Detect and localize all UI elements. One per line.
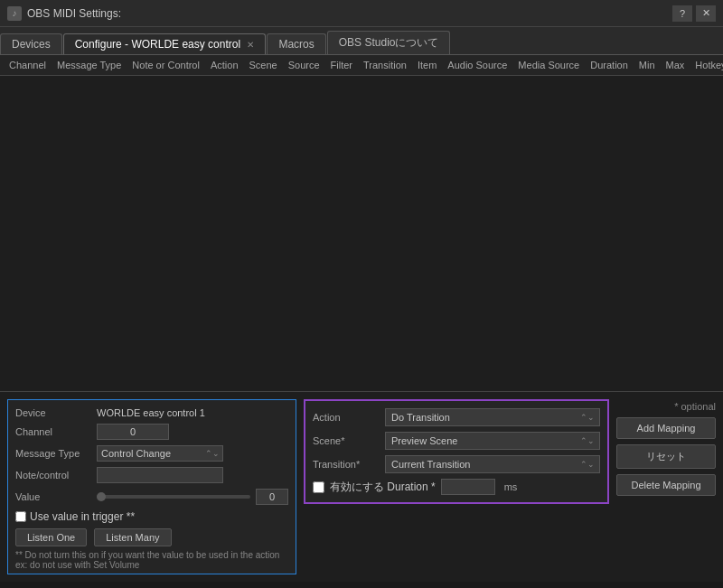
duration-input[interactable] — [441, 479, 495, 495]
listen-many-button[interactable]: Listen Many — [94, 528, 171, 546]
transition-select[interactable]: Current Transition — [385, 455, 600, 473]
tab-configure-label: Configure - WORLDE easy control — [75, 38, 240, 51]
tab-macros[interactable]: Macros — [267, 33, 325, 54]
col-max[interactable]: Max — [661, 57, 690, 73]
device-value: WORLDE easy control 1 — [97, 407, 205, 418]
main-content-area — [0, 76, 723, 392]
use-value-label: Use value in trigger ** — [30, 510, 135, 523]
tab-devices-label: Devices — [12, 38, 51, 51]
transition-row: Transition* Current Transition — [313, 455, 600, 473]
device-label: Device — [15, 407, 97, 418]
bottom-panel: Device WORLDE easy control 1 Channel Mes… — [0, 392, 723, 582]
channel-label: Channel — [15, 426, 97, 437]
action-select-wrapper: Do Transition — [385, 408, 600, 426]
value-row: Value — [15, 489, 288, 505]
message-type-label: Message Type — [15, 448, 97, 459]
channel-row: Channel — [15, 424, 288, 440]
col-scene[interactable]: Scene — [244, 57, 283, 73]
tab-obs-studio-label: OBS Studioについて — [339, 36, 439, 49]
value-input[interactable] — [256, 489, 288, 505]
use-value-row: Use value in trigger ** — [15, 510, 288, 523]
col-media-source[interactable]: Media Source — [512, 57, 585, 73]
message-type-select-wrapper: Control Change — [97, 445, 223, 462]
middle-panel: Action Do Transition Scene* Preview Scen… — [304, 399, 609, 574]
col-note-control[interactable]: Note or Control — [127, 57, 205, 73]
duration-row: 有効にする Duration * ms — [313, 479, 600, 495]
duration-label: 有効にする Duration * — [330, 480, 436, 495]
scene-select-wrapper: Preview Scene — [385, 432, 600, 450]
title-bar: ♪ OBS MIDI Settings: ? ✕ — [0, 0, 723, 27]
app-icon: ♪ — [7, 6, 22, 21]
value-slider-row — [97, 489, 288, 505]
reset-button[interactable]: リセット — [616, 444, 716, 469]
transition-select-wrapper: Current Transition — [385, 455, 600, 473]
ms-label: ms — [504, 481, 518, 492]
optional-text: * optional — [616, 401, 716, 412]
action-box: Action Do Transition Scene* Preview Scen… — [304, 399, 609, 504]
tab-macros-label: Macros — [278, 38, 314, 51]
tab-devices[interactable]: Devices — [0, 33, 62, 54]
col-action[interactable]: Action — [205, 57, 244, 73]
scene-select[interactable]: Preview Scene — [385, 432, 600, 450]
use-value-checkbox[interactable] — [15, 511, 26, 522]
col-source[interactable]: Source — [283, 57, 325, 73]
action-label: Action — [313, 412, 385, 423]
tab-configure[interactable]: Configure - WORLDE easy control ✕ — [63, 33, 267, 54]
col-item[interactable]: Item — [412, 57, 442, 73]
config-note: ** Do not turn this on if you want the v… — [15, 550, 288, 570]
window-controls: ? ✕ — [672, 5, 716, 22]
delete-mapping-button[interactable]: Delete Mapping — [616, 474, 716, 496]
tabs-row: Devices Configure - WORLDE easy control … — [0, 27, 723, 55]
col-duration[interactable]: Duration — [585, 57, 634, 73]
device-row: Device WORLDE easy control 1 — [15, 407, 288, 418]
col-message-type[interactable]: Message Type — [52, 57, 127, 73]
transition-label: Transition* — [313, 459, 385, 470]
col-channel[interactable]: Channel — [4, 57, 52, 73]
scene-row: Scene* Preview Scene — [313, 432, 600, 450]
channel-input[interactable] — [97, 424, 169, 440]
close-button[interactable]: ✕ — [696, 5, 716, 22]
tab-configure-close[interactable]: ✕ — [247, 40, 254, 50]
action-select[interactable]: Do Transition — [385, 408, 600, 426]
help-button[interactable]: ? — [672, 5, 692, 22]
duration-checkbox[interactable] — [313, 481, 324, 493]
note-control-row: Note/control — [15, 467, 288, 483]
listen-row: Listen One Listen Many — [15, 528, 288, 546]
note-control-input[interactable] — [97, 467, 223, 483]
add-mapping-button[interactable]: Add Mapping — [616, 417, 716, 439]
left-config-box: Device WORLDE easy control 1 Channel Mes… — [7, 399, 296, 574]
col-transition[interactable]: Transition — [358, 57, 412, 73]
col-audio-source[interactable]: Audio Source — [442, 57, 512, 73]
right-panel: * optional Add Mapping リセット Delete Mappi… — [616, 399, 716, 574]
listen-one-button[interactable]: Listen One — [15, 528, 87, 546]
action-row: Action Do Transition — [313, 408, 600, 426]
value-label: Value — [15, 491, 97, 502]
col-hotkey[interactable]: Hotkey — [690, 57, 723, 73]
value-slider[interactable] — [97, 495, 250, 499]
note-control-label: Note/control — [15, 470, 97, 481]
tab-obs-studio[interactable]: OBS Studioについて — [327, 31, 451, 54]
scene-label: Scene* — [313, 435, 385, 446]
col-min[interactable]: Min — [634, 57, 661, 73]
message-type-row: Message Type Control Change — [15, 445, 288, 462]
message-type-select[interactable]: Control Change — [97, 445, 223, 462]
app-title: OBS MIDI Settings: — [27, 7, 672, 20]
col-filter[interactable]: Filter — [325, 57, 358, 73]
column-headers: Channel Message Type Note or Control Act… — [0, 55, 723, 76]
